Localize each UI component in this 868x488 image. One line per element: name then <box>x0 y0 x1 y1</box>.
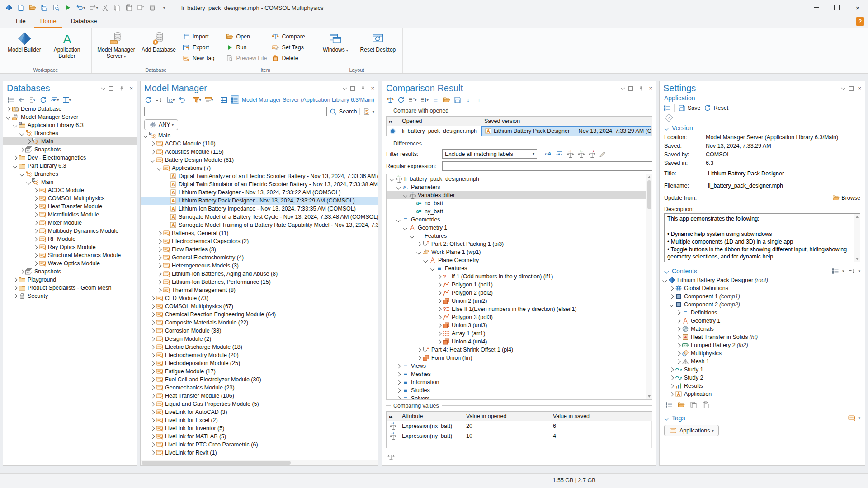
funnel-button[interactable]: ▾ <box>193 96 202 103</box>
tree-item-union-4-uni4[interactable]: Union 4 (uni4) <box>387 338 652 346</box>
tree-item-heat-transfer-module[interactable]: Heat Transfer Module (106) <box>141 392 378 400</box>
aA-button[interactable]: aA <box>544 150 552 158</box>
expander-icon[interactable] <box>32 262 38 265</box>
chevron-down-icon[interactable] <box>101 85 106 90</box>
tree-item-heterogeneous-models[interactable]: Heterogeneous Models (3) <box>141 262 378 270</box>
compare-button[interactable]: Compare <box>272 33 305 40</box>
taghl-button[interactable]: ▾ <box>204 96 213 103</box>
expander-icon[interactable] <box>149 321 156 324</box>
table-corner[interactable]: ▸▸ <box>387 412 399 421</box>
expander-icon[interactable] <box>395 397 401 400</box>
copy-button[interactable] <box>113 3 122 12</box>
expander-icon[interactable] <box>12 164 18 168</box>
tree-item-geometries[interactable]: ≡Geometries <box>387 216 652 224</box>
listv-button[interactable] <box>231 96 239 103</box>
close-icon[interactable]: × <box>129 85 133 92</box>
tree-item-part-2-offset-packing-1-pi3[interactable]: Part 2: Offset Packing 1 (pi3) <box>387 240 652 248</box>
grid-button[interactable] <box>220 96 228 103</box>
tree-item-definitions[interactable]: ≡Definitions <box>660 309 865 317</box>
eye-button[interactable]: ▾ <box>50 96 59 103</box>
tree-item-materials[interactable]: Materials <box>660 325 865 333</box>
sort-type-icon[interactable] <box>832 267 840 275</box>
expander-icon[interactable] <box>395 218 401 221</box>
tree-item-studies[interactable]: ≡Studies <box>387 386 652 394</box>
pin-icon[interactable] <box>637 84 645 92</box>
new-tag-button[interactable]: New Tag <box>182 54 214 62</box>
attribute-cell[interactable]: Expression(ny_batt) <box>399 431 463 441</box>
tree-item-product-specialists-geom-mesh[interactable]: Product Specialists - Geom Mesh <box>3 284 137 292</box>
tags-section-header[interactable]: Tags ▾ <box>660 410 865 423</box>
tree-item-digital-twin-simulator-of-an-electric-sc[interactable]: Digital Twin Simulator of an Electric Sc… <box>141 180 378 188</box>
expander-icon[interactable] <box>395 389 401 392</box>
expander-icon[interactable] <box>395 185 401 189</box>
show-options-icon[interactable] <box>663 104 671 112</box>
tree-item-electrodeposition-module[interactable]: Electrodeposition Module (25) <box>141 359 378 367</box>
expander-icon[interactable] <box>25 140 32 143</box>
tree-item-structural-mechanics-module[interactable]: Structural Mechanics Module <box>3 251 137 259</box>
expander-icon[interactable] <box>32 205 38 208</box>
expander-icon[interactable] <box>422 258 429 262</box>
expander-icon[interactable] <box>156 264 162 267</box>
application-builder-button[interactable]: Application Builder <box>48 31 86 66</box>
tree-item-composite-materials-module[interactable]: Composite Materials Module (22) <box>141 319 378 327</box>
float-icon[interactable] <box>628 86 633 91</box>
expander-icon[interactable] <box>156 272 162 276</box>
tree-item-battery-design-module[interactable]: Battery Design Module (61) <box>141 156 378 164</box>
expander-icon[interactable] <box>32 230 38 233</box>
chevron-down-icon[interactable] <box>621 85 625 90</box>
expander-icon[interactable] <box>149 435 156 438</box>
listbul-button[interactable] <box>7 96 14 103</box>
tree-item-information[interactable]: ≡Information <box>387 378 652 386</box>
tree-item-array-1-arr1[interactable]: Array 1 (arr1) <box>387 329 652 338</box>
expander-icon[interactable] <box>436 300 442 303</box>
save-button[interactable] <box>453 96 461 103</box>
eye-button[interactable] <box>555 150 563 158</box>
tree-item-if-1-odd-numbers-in-the-y-direction-if1[interactable]: If 1 (Odd numbers in the y direction) (i… <box>387 272 652 281</box>
tree-item-features[interactable]: ≡Features <box>387 264 652 272</box>
windows-button[interactable]: Windows▾ <box>316 31 354 66</box>
expander-icon[interactable] <box>32 254 38 257</box>
add-database-button[interactable]: Add Database <box>140 31 178 66</box>
expander-icon[interactable] <box>5 108 11 111</box>
expander-icon[interactable] <box>156 166 162 170</box>
expander-icon[interactable] <box>19 172 25 176</box>
chevron-down-icon[interactable] <box>841 85 846 90</box>
tree-item-fatigue-module[interactable]: Fatigue Module (17) <box>141 367 378 375</box>
expander-icon[interactable] <box>12 286 18 290</box>
import-button[interactable]: Import <box>182 33 214 40</box>
run-button[interactable] <box>63 3 72 12</box>
sortdown-button[interactable] <box>155 96 163 103</box>
searchdoc-button[interactable]: ▾ <box>166 96 175 103</box>
tree-item-polygon-2-pol2[interactable]: Polygon 2 (pol2) <box>387 289 652 297</box>
pencil-button[interactable] <box>599 150 606 158</box>
tree-item-union-3-uni3[interactable]: Union 3 (uni3) <box>387 321 652 329</box>
expander-icon[interactable] <box>436 275 442 278</box>
expander-icon[interactable] <box>149 411 156 414</box>
close-button[interactable]: × <box>847 0 868 15</box>
logo-button[interactable] <box>5 3 14 12</box>
expander-icon[interactable] <box>436 291 442 295</box>
expander-icon[interactable] <box>32 246 38 249</box>
value-in-opened-cell[interactable]: 20 <box>463 421 550 431</box>
tree-item-fuel-cell-and-electrolyzer-module[interactable]: Fuel Cell and Electrolyzer Module (30) <box>141 375 378 384</box>
expander-icon[interactable] <box>149 370 156 373</box>
expander-icon[interactable] <box>675 319 681 323</box>
expander-icon[interactable] <box>12 123 18 127</box>
goto-button[interactable] <box>28 96 36 103</box>
tree-item-ny-batt[interactable]: a=ny_batt <box>387 207 652 216</box>
expander-icon[interactable] <box>142 134 149 137</box>
expander-icon[interactable] <box>156 281 162 284</box>
model-builder-button[interactable]: Model Builder <box>5 31 43 66</box>
expander-icon[interactable] <box>149 419 156 422</box>
expander-icon[interactable] <box>156 248 162 251</box>
tree-item-model-manager-server[interactable]: Model Manager Server <box>3 113 137 121</box>
expander-icon[interactable] <box>149 142 156 145</box>
server-location-link[interactable]: Model Manager Server (Application Librar… <box>242 97 374 103</box>
tree-item-multiphysics[interactable]: Multiphysics <box>660 349 865 357</box>
expander-icon[interactable] <box>436 332 442 335</box>
hamb-button[interactable]: ≡ <box>432 96 439 103</box>
undo-button[interactable] <box>178 96 186 103</box>
tree-item-else-if-1-even-numbers-in-the-y-directio[interactable]: Else If 1(Even numbers in the y directio… <box>387 305 652 313</box>
pin-icon[interactable] <box>118 84 125 92</box>
tree-item-livelink-for-inventor[interactable]: LiveLink for Inventor (5) <box>141 424 378 432</box>
